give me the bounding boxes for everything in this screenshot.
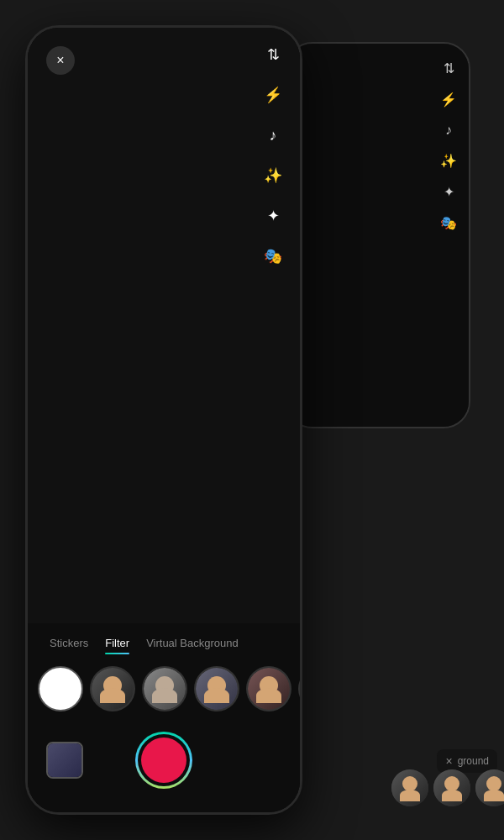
phone-back-icons: ⇅ ⚡ ♪ ✨ ✦ 🎭 — [440, 60, 457, 231]
back-face-thumb-2 — [433, 769, 470, 806]
back-stars-icon: ✦ — [444, 184, 454, 200]
mask-icon[interactable]: 🎭 — [260, 243, 286, 270]
flip-camera-icon[interactable]: ⇅ — [260, 41, 286, 68]
back-sparkle-icon: ✨ — [440, 153, 457, 169]
capture-button-inner — [141, 738, 186, 783]
face-thumb-4 — [248, 668, 290, 710]
music-icon[interactable]: ♪ — [260, 122, 286, 149]
back-face-thumb-3 — [475, 769, 504, 806]
filter-item-4[interactable] — [246, 666, 291, 711]
face-thumb-2 — [144, 668, 186, 710]
back-filter-item-2[interactable] — [433, 769, 470, 806]
flash-icon[interactable]: ⚡ — [260, 81, 286, 108]
right-icons-panel: ⇅ ⚡ ♪ ✨ ✦ 🎭 — [260, 41, 286, 270]
back-face-thumb-1 — [391, 769, 428, 806]
back-flash-icon: ⚡ — [440, 92, 457, 108]
tab-filter[interactable]: Filter — [97, 633, 138, 653]
back-filter-item-1[interactable] — [391, 769, 428, 806]
back-flip-icon: ⇅ — [444, 60, 454, 76]
filter-item-2[interactable] — [142, 666, 187, 711]
bottom-panel: Stickers Filter Virtual Background — [28, 623, 300, 812]
back-filter-row — [391, 769, 504, 806]
filter-item-none[interactable] — [38, 666, 83, 711]
wand-icon[interactable]: ✨ — [260, 162, 286, 189]
phone-front-screen: × ⇅ ⚡ ♪ ✨ ✦ 🎭 Stickers Filter Virtual B — [28, 28, 300, 812]
capture-button[interactable] — [135, 732, 192, 789]
tab-virtual-background[interactable]: Virtual Background — [138, 633, 247, 653]
gallery-thumb-inner — [48, 743, 81, 777]
phone-back-screen: ⇅ ⚡ ♪ ✨ ✦ 🎭 — [287, 44, 469, 427]
tab-stickers[interactable]: Stickers — [41, 633, 97, 653]
gallery-thumbnail[interactable] — [46, 742, 83, 779]
close-button[interactable]: × — [46, 46, 75, 75]
filter-tabs: Stickers Filter Virtual Background — [28, 623, 300, 659]
filter-item-3[interactable] — [194, 666, 239, 711]
back-mask-icon: 🎭 — [440, 215, 457, 231]
phone-front: × ⇅ ⚡ ♪ ✨ ✦ 🎭 Stickers Filter Virtual B — [25, 25, 302, 815]
back-music-icon: ♪ — [445, 123, 452, 138]
filter-item-5[interactable] — [298, 666, 300, 711]
capture-row — [28, 725, 300, 812]
back-filter-item-3[interactable] — [475, 769, 504, 806]
back-overlay-close[interactable]: × — [445, 754, 452, 768]
back-overlay-text: ground — [458, 755, 489, 767]
camera-area: × ⇅ ⚡ ♪ ✨ ✦ 🎭 — [28, 28, 300, 623]
sparkle-icon[interactable]: ✦ — [260, 202, 286, 229]
face-thumb-1 — [92, 668, 134, 710]
filter-items-row — [28, 659, 300, 725]
filter-item-1[interactable] — [90, 666, 135, 711]
face-thumb-3 — [196, 668, 238, 710]
scene: ⇅ ⚡ ♪ ✨ ✦ 🎭 × ground × — [0, 0, 504, 840]
phone-back: ⇅ ⚡ ♪ ✨ ✦ 🎭 — [286, 42, 470, 428]
